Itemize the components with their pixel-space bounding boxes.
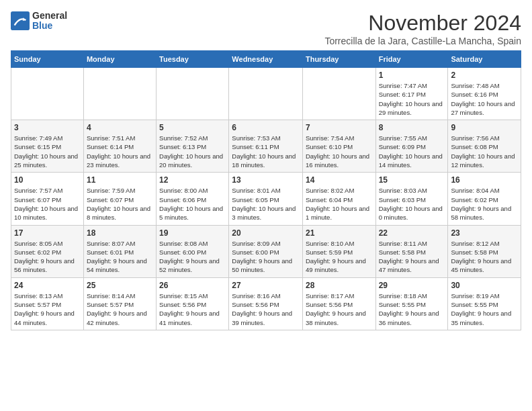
day-info: Sunrise: 8:07 AMSunset: 6:01 PMDaylight:… <box>87 239 153 275</box>
day-cell: 3Sunrise: 7:49 AMSunset: 6:15 PMDaylight… <box>11 120 84 173</box>
logo-icon <box>11 11 30 30</box>
day-number: 6 <box>232 123 300 132</box>
week-row-4: 24Sunrise: 8:13 AMSunset: 5:57 PMDayligh… <box>11 277 521 330</box>
day-cell <box>83 68 156 120</box>
day-cell: 1Sunrise: 7:47 AMSunset: 6:17 PMDaylight… <box>375 68 448 120</box>
week-row-2: 10Sunrise: 7:57 AMSunset: 6:07 PMDayligh… <box>11 173 521 225</box>
header-row: SundayMondayTuesdayWednesdayThursdayFrid… <box>11 51 521 68</box>
header-cell-sunday: Sunday <box>11 51 84 68</box>
day-cell: 2Sunrise: 7:48 AMSunset: 6:16 PMDaylight… <box>448 68 521 120</box>
logo-general-text: General <box>32 11 67 21</box>
day-cell: 7Sunrise: 7:54 AMSunset: 6:10 PMDaylight… <box>302 120 375 173</box>
day-info: Sunrise: 8:00 AMSunset: 6:06 PMDaylight:… <box>159 186 226 222</box>
day-cell: 19Sunrise: 8:08 AMSunset: 6:00 PMDayligh… <box>157 225 229 277</box>
day-number: 7 <box>306 123 373 132</box>
day-info: Sunrise: 7:56 AMSunset: 6:08 PMDaylight:… <box>451 134 518 169</box>
day-number: 12 <box>159 175 226 185</box>
day-info: Sunrise: 7:57 AMSunset: 6:07 PMDaylight:… <box>14 186 81 222</box>
svg-rect-0 <box>11 11 30 30</box>
week-row-3: 17Sunrise: 8:05 AMSunset: 6:02 PMDayligh… <box>11 225 521 277</box>
calendar-table: SundayMondayTuesdayWednesdayThursdayFrid… <box>11 50 521 330</box>
day-number: 21 <box>306 228 373 238</box>
subtitle: Torrecilla de la Jara, Castille-La Manch… <box>324 36 521 46</box>
day-number: 24 <box>14 281 81 290</box>
day-info: Sunrise: 8:17 AMSunset: 5:56 PMDaylight:… <box>306 291 373 327</box>
day-number: 16 <box>451 175 518 185</box>
day-number: 23 <box>451 228 518 238</box>
day-info: Sunrise: 7:59 AMSunset: 6:07 PMDaylight:… <box>87 186 153 222</box>
day-number: 27 <box>232 281 300 290</box>
header: General Blue November 2024 Torrecilla de… <box>11 11 521 46</box>
header-cell-tuesday: Tuesday <box>157 51 229 68</box>
day-info: Sunrise: 8:12 AMSunset: 5:58 PMDaylight:… <box>451 239 518 275</box>
day-cell: 28Sunrise: 8:17 AMSunset: 5:56 PMDayligh… <box>302 277 375 330</box>
day-number: 8 <box>379 123 445 132</box>
day-info: Sunrise: 8:14 AMSunset: 5:57 PMDaylight:… <box>87 291 153 327</box>
day-cell: 27Sunrise: 8:16 AMSunset: 5:56 PMDayligh… <box>229 277 303 330</box>
day-info: Sunrise: 7:54 AMSunset: 6:10 PMDaylight:… <box>306 134 373 169</box>
day-info: Sunrise: 7:52 AMSunset: 6:13 PMDaylight:… <box>159 134 226 169</box>
day-cell: 4Sunrise: 7:51 AMSunset: 6:14 PMDaylight… <box>83 120 156 173</box>
day-number: 9 <box>451 123 518 132</box>
day-info: Sunrise: 7:48 AMSunset: 6:16 PMDaylight:… <box>451 81 518 117</box>
day-info: Sunrise: 8:18 AMSunset: 5:55 PMDaylight:… <box>379 291 445 327</box>
title-area: November 2024 Torrecilla de la Jara, Cas… <box>324 11 521 46</box>
day-number: 1 <box>379 71 445 80</box>
day-number: 10 <box>14 175 81 185</box>
day-number: 22 <box>379 228 445 238</box>
day-info: Sunrise: 8:11 AMSunset: 5:58 PMDaylight:… <box>379 239 445 275</box>
day-info: Sunrise: 8:10 AMSunset: 5:59 PMDaylight:… <box>306 239 373 275</box>
day-cell <box>11 68 84 120</box>
day-cell <box>302 68 375 120</box>
day-cell: 8Sunrise: 7:55 AMSunset: 6:09 PMDaylight… <box>375 120 448 173</box>
day-number: 25 <box>87 281 153 290</box>
day-cell: 11Sunrise: 7:59 AMSunset: 6:07 PMDayligh… <box>83 173 156 225</box>
day-cell: 9Sunrise: 7:56 AMSunset: 6:08 PMDaylight… <box>448 120 521 173</box>
day-number: 29 <box>379 281 445 290</box>
day-number: 17 <box>14 228 81 238</box>
week-row-0: 1Sunrise: 7:47 AMSunset: 6:17 PMDaylight… <box>11 68 521 120</box>
day-info: Sunrise: 8:16 AMSunset: 5:56 PMDaylight:… <box>232 291 300 327</box>
day-info: Sunrise: 7:51 AMSunset: 6:14 PMDaylight:… <box>87 134 153 169</box>
week-row-1: 3Sunrise: 7:49 AMSunset: 6:15 PMDaylight… <box>11 120 521 173</box>
day-cell: 29Sunrise: 8:18 AMSunset: 5:55 PMDayligh… <box>375 277 448 330</box>
header-cell-monday: Monday <box>83 51 156 68</box>
day-cell: 23Sunrise: 8:12 AMSunset: 5:58 PMDayligh… <box>448 225 521 277</box>
day-info: Sunrise: 8:03 AMSunset: 6:03 PMDaylight:… <box>379 186 445 222</box>
day-cell: 21Sunrise: 8:10 AMSunset: 5:59 PMDayligh… <box>302 225 375 277</box>
day-info: Sunrise: 8:19 AMSunset: 5:55 PMDaylight:… <box>451 291 518 327</box>
day-number: 3 <box>14 123 81 132</box>
day-number: 28 <box>306 281 373 290</box>
day-number: 18 <box>87 228 153 238</box>
day-cell <box>229 68 303 120</box>
day-cell: 14Sunrise: 8:02 AMSunset: 6:04 PMDayligh… <box>302 173 375 225</box>
day-number: 20 <box>232 228 300 238</box>
day-number: 30 <box>451 281 518 290</box>
day-cell: 18Sunrise: 8:07 AMSunset: 6:01 PMDayligh… <box>83 225 156 277</box>
day-number: 19 <box>159 228 226 238</box>
day-cell: 15Sunrise: 8:03 AMSunset: 6:03 PMDayligh… <box>375 173 448 225</box>
header-cell-saturday: Saturday <box>448 51 521 68</box>
day-cell: 30Sunrise: 8:19 AMSunset: 5:55 PMDayligh… <box>448 277 521 330</box>
day-info: Sunrise: 7:55 AMSunset: 6:09 PMDaylight:… <box>379 134 445 169</box>
day-number: 15 <box>379 175 445 185</box>
day-number: 26 <box>159 281 226 290</box>
day-cell: 25Sunrise: 8:14 AMSunset: 5:57 PMDayligh… <box>83 277 156 330</box>
header-cell-friday: Friday <box>375 51 448 68</box>
day-cell <box>157 68 229 120</box>
day-cell: 5Sunrise: 7:52 AMSunset: 6:13 PMDaylight… <box>157 120 229 173</box>
day-cell: 13Sunrise: 8:01 AMSunset: 6:05 PMDayligh… <box>229 173 303 225</box>
day-cell: 17Sunrise: 8:05 AMSunset: 6:02 PMDayligh… <box>11 225 84 277</box>
day-cell: 20Sunrise: 8:09 AMSunset: 6:00 PMDayligh… <box>229 225 303 277</box>
day-info: Sunrise: 8:05 AMSunset: 6:02 PMDaylight:… <box>14 239 81 275</box>
day-info: Sunrise: 8:04 AMSunset: 6:02 PMDaylight:… <box>451 186 518 222</box>
day-info: Sunrise: 7:53 AMSunset: 6:11 PMDaylight:… <box>232 134 300 169</box>
logo-blue-text: Blue <box>32 21 67 31</box>
day-info: Sunrise: 8:09 AMSunset: 6:00 PMDaylight:… <box>232 239 300 275</box>
day-number: 2 <box>451 71 518 80</box>
day-cell: 26Sunrise: 8:15 AMSunset: 5:56 PMDayligh… <box>157 277 229 330</box>
day-number: 4 <box>87 123 153 132</box>
logo: General Blue <box>11 11 67 32</box>
day-info: Sunrise: 7:47 AMSunset: 6:17 PMDaylight:… <box>379 81 445 117</box>
day-number: 14 <box>306 175 373 185</box>
